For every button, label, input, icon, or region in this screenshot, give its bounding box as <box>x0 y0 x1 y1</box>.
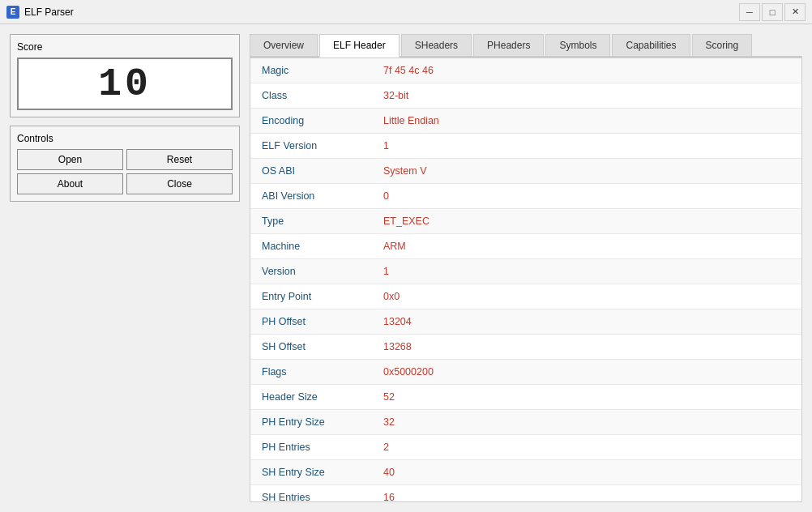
table-row: Header Size 52 <box>250 385 801 410</box>
elf-header-table: Magic 7f 45 4c 46 Class 32-bit Encoding … <box>250 58 801 502</box>
close-button[interactable]: Close <box>126 173 233 194</box>
row-label: SH Entry Size <box>250 460 372 485</box>
window-controls: ─ □ ✕ <box>739 3 806 21</box>
controls-buttons: Open Reset About Close <box>17 149 233 194</box>
table-row: PH Offset 13204 <box>250 309 801 335</box>
row-value: 40 <box>372 460 801 485</box>
tab-scoring[interactable]: Scoring <box>692 34 753 56</box>
score-value: 10 <box>98 62 152 106</box>
row-label: PH Entry Size <box>250 410 372 435</box>
row-label: Flags <box>250 360 372 385</box>
row-value: 7f 45 4c 46 <box>372 58 801 83</box>
tab-sheaders[interactable]: SHeaders <box>401 34 472 56</box>
content-area[interactable]: Magic 7f 45 4c 46 Class 32-bit Encoding … <box>250 58 802 502</box>
row-value: System V <box>372 159 801 184</box>
table-row: Encoding Little Endian <box>250 109 801 134</box>
row-value: Little Endian <box>372 109 801 134</box>
row-label: Machine <box>250 234 372 259</box>
row-value: 1 <box>372 134 801 159</box>
row-label: Header Size <box>250 385 372 410</box>
main-container: Score 10 Controls Open Reset About Close… <box>0 24 812 512</box>
maximize-button[interactable]: □ <box>762 3 783 21</box>
tab-overview[interactable]: Overview <box>250 34 318 56</box>
row-label: OS ABI <box>250 159 372 184</box>
row-value: 16 <box>372 485 801 503</box>
reset-button[interactable]: Reset <box>126 149 233 170</box>
title-bar: E ELF Parser ─ □ ✕ <box>0 0 812 24</box>
table-row: ABI Version 0 <box>250 184 801 209</box>
table-row: SH Entries 16 <box>250 485 801 503</box>
table-row: ELF Version 1 <box>250 134 801 159</box>
row-value: ET_EXEC <box>372 209 801 234</box>
table-row: Flags 0x5000200 <box>250 360 801 385</box>
close-window-button[interactable]: ✕ <box>784 3 806 21</box>
row-value: 0 <box>372 184 801 209</box>
table-row: PH Entries 2 <box>250 435 801 460</box>
tab-capabilities[interactable]: Capabilities <box>612 34 690 56</box>
table-row: PH Entry Size 32 <box>250 410 801 435</box>
row-label: PH Offset <box>250 309 372 335</box>
table-row: OS ABI System V <box>250 159 801 184</box>
table-row: Type ET_EXEC <box>250 209 801 234</box>
score-display: 10 <box>17 58 233 110</box>
row-label: ABI Version <box>250 184 372 209</box>
row-label: Type <box>250 209 372 234</box>
row-value: 2 <box>372 435 801 460</box>
row-value: 13204 <box>372 309 801 335</box>
app-title: ELF Parser <box>24 6 739 18</box>
row-value: 1 <box>372 259 801 284</box>
row-label: PH Entries <box>250 435 372 460</box>
row-label: SH Entries <box>250 485 372 503</box>
tab-symbols[interactable]: Symbols <box>545 34 610 56</box>
table-row: Magic 7f 45 4c 46 <box>250 58 801 83</box>
row-label: ELF Version <box>250 134 372 159</box>
row-label: SH Offset <box>250 335 372 360</box>
score-group-title: Score <box>17 41 233 53</box>
app-icon: E <box>6 6 19 19</box>
table-row: Version 1 <box>250 259 801 284</box>
row-value: 13268 <box>372 335 801 360</box>
table-row: Class 32-bit <box>250 83 801 109</box>
about-button[interactable]: About <box>17 173 123 194</box>
row-value: 0x0 <box>372 284 801 309</box>
controls-group-title: Controls <box>17 133 233 144</box>
right-panel: Overview ELF Header SHeaders PHeaders Sy… <box>250 24 812 512</box>
row-label: Class <box>250 83 372 109</box>
table-row: Machine ARM <box>250 234 801 259</box>
tab-elf-header[interactable]: ELF Header <box>319 34 400 58</box>
row-label: Entry Point <box>250 284 372 309</box>
row-label: Magic <box>250 58 372 83</box>
open-button[interactable]: Open <box>17 149 123 170</box>
tab-pheaders[interactable]: PHeaders <box>473 34 544 56</box>
row-label: Encoding <box>250 109 372 134</box>
table-row: SH Offset 13268 <box>250 335 801 360</box>
controls-group: Controls Open Reset About Close <box>10 126 240 202</box>
row-value: 32-bit <box>372 83 801 109</box>
row-value: 32 <box>372 410 801 435</box>
minimize-button[interactable]: ─ <box>739 3 760 21</box>
row-label: Version <box>250 259 372 284</box>
table-row: SH Entry Size 40 <box>250 460 801 485</box>
score-group: Score 10 <box>10 34 240 117</box>
row-value: 0x5000200 <box>372 360 801 385</box>
tab-bar: Overview ELF Header SHeaders PHeaders Sy… <box>250 34 802 58</box>
row-value: 52 <box>372 385 801 410</box>
row-value: ARM <box>372 234 801 259</box>
left-panel: Score 10 Controls Open Reset About Close <box>0 24 250 512</box>
table-row: Entry Point 0x0 <box>250 284 801 309</box>
